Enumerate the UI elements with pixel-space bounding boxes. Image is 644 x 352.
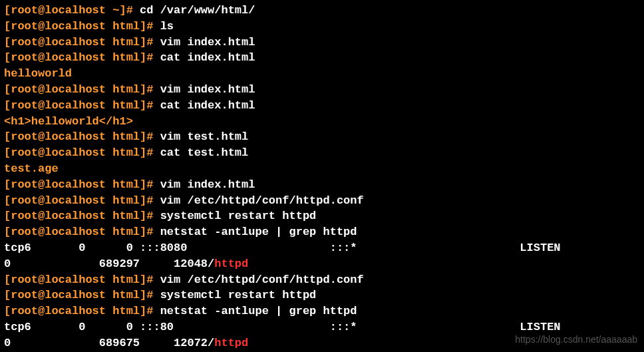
netstat-row: tcp6 0 0 :::8080 :::* LISTEN <box>4 242 561 254</box>
shell-prompt: [root@localhost html]# <box>4 83 160 96</box>
grep-match: httpd <box>214 258 248 270</box>
terminal-line: [root@localhost html]# ls <box>4 19 640 35</box>
shell-command: vim /etc/httpd/conf/httpd.conf <box>160 194 364 207</box>
shell-prompt: [root@localhost html]# <box>4 210 160 222</box>
shell-command: systemctl restart httpd <box>160 289 317 301</box>
shell-prompt: [root@localhost html]# <box>4 20 160 33</box>
terminal-line: tcp6 0 0 :::80 :::* LISTEN <box>4 319 640 335</box>
shell-prompt: [root@localhost html]# <box>4 99 160 112</box>
shell-command: cat index.html <box>160 99 255 112</box>
terminal-line: [root@localhost html]# netstat -antlupe … <box>4 224 640 240</box>
terminal-line: [root@localhost html]# vim test.html <box>4 129 640 145</box>
command-output: helloworld <box>4 67 72 80</box>
shell-prompt: [root@localhost html]# <box>4 146 160 159</box>
terminal-line: test.age <box>4 161 640 177</box>
shell-prompt: [root@localhost html]# <box>4 51 160 64</box>
command-output: <h1>helloworld</h1> <box>4 115 133 128</box>
terminal-line: 0 689297 12048/httpd <box>4 256 640 272</box>
terminal-line: [root@localhost html]# vim index.html <box>4 177 640 193</box>
terminal-output[interactable]: [root@localhost ~]# cd /var/www/html/[ro… <box>4 3 640 351</box>
shell-command: vim /etc/httpd/conf/httpd.conf <box>160 273 364 286</box>
shell-prompt: [root@localhost ~]# <box>4 4 140 17</box>
command-output: test.age <box>4 162 59 175</box>
shell-command: cat test.html <box>160 146 249 159</box>
terminal-line: [root@localhost html]# netstat -antlupe … <box>4 303 640 319</box>
shell-prompt: [root@localhost html]# <box>4 226 160 238</box>
terminal-line: [root@localhost html]# cat test.html <box>4 145 640 161</box>
terminal-line: [root@localhost html]# systemctl restart… <box>4 208 640 224</box>
shell-command: vim index.html <box>160 36 255 49</box>
shell-prompt: [root@localhost html]# <box>4 305 160 317</box>
shell-prompt: [root@localhost html]# <box>4 36 160 49</box>
terminal-line: [root@localhost html]# cat index.html <box>4 50 640 66</box>
grep-match: httpd <box>214 337 248 349</box>
shell-command: cat index.html <box>160 51 255 64</box>
netstat-row: tcp6 0 0 :::80 :::* LISTEN <box>4 321 561 333</box>
terminal-line: [root@localhost html]# vim /etc/httpd/co… <box>4 272 640 288</box>
netstat-row-continued: 0 689297 12048/ <box>4 258 214 270</box>
terminal-line: [root@localhost html]# vim index.html <box>4 82 640 98</box>
terminal-line: [root@localhost ~]# cd /var/www/html/ <box>4 3 640 19</box>
shell-prompt: [root@localhost html]# <box>4 273 160 286</box>
terminal-line: tcp6 0 0 :::8080 :::* LISTEN <box>4 240 640 256</box>
terminal-line: [root@localhost html]# cat index.html <box>4 98 640 114</box>
shell-command: vim test.html <box>160 130 249 143</box>
shell-command: vim index.html <box>160 83 255 96</box>
shell-command: vim index.html <box>160 178 255 191</box>
shell-command: systemctl restart httpd <box>160 210 317 222</box>
terminal-line: [root@localhost html]# systemctl restart… <box>4 287 640 303</box>
shell-prompt: [root@localhost html]# <box>4 194 160 207</box>
shell-prompt: [root@localhost html]# <box>4 289 160 301</box>
netstat-row-continued: 0 689675 12072/ <box>4 337 214 349</box>
shell-prompt: [root@localhost html]# <box>4 130 160 143</box>
terminal-line: [root@localhost html]# vim /etc/httpd/co… <box>4 193 640 209</box>
terminal-line: [root@localhost html]# vim index.html <box>4 35 640 51</box>
shell-command: cd /var/www/html/ <box>140 4 255 17</box>
shell-command: netstat -antlupe | grep httpd <box>160 305 357 317</box>
shell-prompt: [root@localhost html]# <box>4 178 160 191</box>
watermark-text: https://blog.csdn.net/aaaaaab <box>515 333 637 347</box>
shell-command: netstat -antlupe | grep httpd <box>160 226 357 238</box>
terminal-line: helloworld <box>4 66 640 82</box>
terminal-line: <h1>helloworld</h1> <box>4 114 640 130</box>
shell-command: ls <box>160 20 174 33</box>
